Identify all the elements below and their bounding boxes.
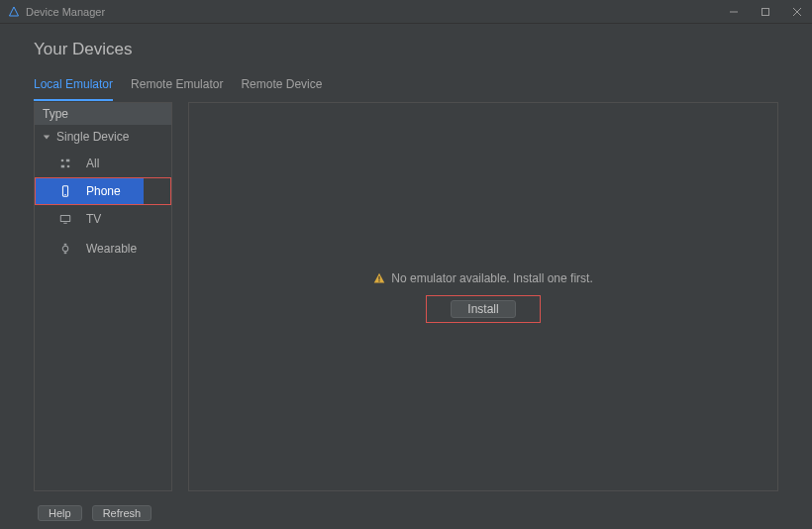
watch-icon bbox=[58, 242, 72, 256]
footer: Help Refresh bbox=[34, 491, 778, 521]
svg-rect-14 bbox=[64, 252, 67, 254]
tab-local-emulator[interactable]: Local Emulator bbox=[34, 77, 113, 101]
window-minimize-button[interactable] bbox=[727, 5, 741, 19]
tab-remote-device[interactable]: Remote Device bbox=[241, 77, 322, 101]
tree-group-label: Single Device bbox=[56, 130, 129, 144]
sidebar-item-label: Phone bbox=[86, 184, 121, 198]
warning-icon bbox=[373, 272, 385, 284]
tab-remote-emulator[interactable]: Remote Emulator bbox=[131, 77, 223, 101]
sidebar-type-header: Type bbox=[35, 103, 171, 125]
sidebar-item-phone[interactable]: Phone bbox=[35, 178, 171, 204]
svg-rect-5 bbox=[66, 159, 69, 162]
window-maximize-button[interactable] bbox=[759, 5, 772, 19]
tree-group-single-device[interactable]: Single Device bbox=[35, 125, 171, 149]
tree-children: All Phone TV bbox=[35, 149, 171, 264]
svg-rect-10 bbox=[60, 216, 69, 222]
tv-icon bbox=[58, 212, 72, 226]
status-row: No emulator available. Install one first… bbox=[373, 271, 592, 285]
window-title: Device Manager bbox=[26, 6, 727, 18]
app-logo-icon bbox=[8, 6, 20, 18]
sidebar-item-label: Wearable bbox=[86, 242, 137, 256]
svg-rect-1 bbox=[762, 8, 769, 15]
status-text: No emulator available. Install one first… bbox=[391, 271, 592, 285]
sidebar-item-label: All bbox=[86, 157, 99, 170]
svg-point-12 bbox=[62, 246, 67, 251]
svg-rect-6 bbox=[61, 165, 64, 168]
sidebar-item-label: TV bbox=[86, 212, 101, 226]
window-close-button[interactable] bbox=[790, 5, 804, 19]
grid-icon bbox=[58, 157, 72, 170]
sidebar: Type Single Device All bbox=[34, 102, 172, 491]
title-bar: Device Manager bbox=[0, 0, 812, 24]
window-controls bbox=[727, 5, 804, 19]
svg-rect-15 bbox=[379, 275, 380, 279]
svg-point-4 bbox=[61, 159, 64, 162]
install-highlight-box: Install bbox=[426, 295, 540, 323]
content-pane: No emulator available. Install one first… bbox=[188, 102, 778, 491]
help-button[interactable]: Help bbox=[38, 505, 82, 521]
sidebar-item-wearable[interactable]: Wearable bbox=[35, 234, 171, 264]
tab-bar: Local Emulator Remote Emulator Remote De… bbox=[34, 77, 778, 102]
page-title: Your Devices bbox=[34, 40, 778, 59]
svg-rect-13 bbox=[64, 244, 67, 246]
refresh-button[interactable]: Refresh bbox=[92, 505, 152, 521]
svg-point-7 bbox=[67, 165, 70, 168]
sidebar-item-tv[interactable]: TV bbox=[35, 204, 171, 234]
install-button[interactable]: Install bbox=[451, 300, 515, 318]
phone-icon bbox=[58, 184, 72, 198]
caret-down-icon bbox=[43, 133, 51, 141]
svg-rect-16 bbox=[379, 280, 380, 281]
sidebar-item-all[interactable]: All bbox=[35, 149, 171, 178]
